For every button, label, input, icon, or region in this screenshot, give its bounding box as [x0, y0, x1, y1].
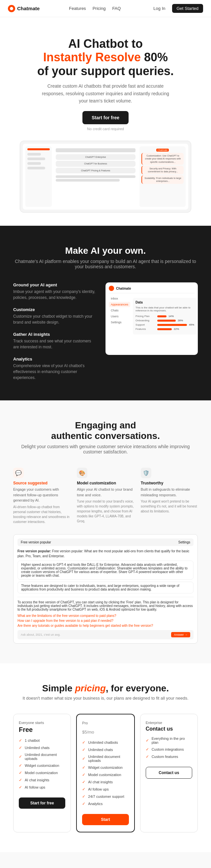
check-icon-2: ✓ [19, 754, 22, 759]
pro-feature-2: ✓Unlimited document uploads [82, 755, 128, 763]
mockup-content: Data This is the data that your chatbot … [133, 298, 197, 335]
follow-up-2[interactable]: Are there any tutorials or guides availa… [18, 624, 193, 627]
conversations-title: Engaging andauthentic conversations. [13, 420, 198, 441]
data-bar-row: Onboarding 28% [135, 319, 194, 322]
ai-feature-1: Customize Customize your chatbot widget … [13, 307, 96, 325]
sidebar-settings[interactable]: Settings [109, 320, 130, 325]
sidebar-chats[interactable]: Chats [109, 308, 130, 313]
data-bar-value: 45% [189, 323, 194, 326]
hero-title: AI Chatbot to Instantly Resolve 80% of y… [20, 37, 191, 78]
data-bar-value: 14% [169, 315, 174, 318]
data-bar-fill [157, 328, 172, 330]
features-row: 💬 Source suggested Engage your customers… [13, 468, 198, 524]
feature-chatbot: ✓1 chatbot [19, 738, 65, 743]
check-icon-1: ✓ [19, 745, 22, 750]
pricing-section: Simple pricing, for everyone. It doesn't… [0, 663, 211, 852]
pricing-cta-enterprise[interactable]: Contact us [146, 767, 192, 779]
pro-feature-7: ✓24/7 customer support [82, 794, 128, 799]
data-bar-value: 28% [178, 319, 183, 322]
hero-cta-button[interactable]: Start for free [83, 111, 128, 124]
ss-right: Chatmate Customization: Use ChatGPT to c… [140, 146, 186, 207]
pro-feature-4: ✓Model customization [82, 772, 128, 777]
pro-feature-0: ✓Unlimited chatbots [82, 740, 128, 745]
hero-description: Create custom AI chatbots that provide f… [39, 82, 172, 104]
ai-grid: Ground your AI agent Imbue your agent wi… [13, 282, 198, 381]
feature-model: ✓Model customization [19, 771, 65, 775]
nav-faq[interactable]: FAQ [112, 6, 121, 11]
feature-label-2: Trustworthy [141, 481, 198, 486]
pricing-name-enterprise: Contact us [146, 726, 192, 732]
data-bar-fill [157, 315, 167, 317]
mockup-logo-icon [109, 286, 114, 291]
pro-check-7: ✓ [82, 794, 85, 799]
feature-detail-2: Your AI agent won't pretend to be someth… [141, 499, 198, 514]
pricing-title: Simple pricing, for everyone. [13, 683, 198, 694]
ss-main: ChatGPT Enterprise ChatGPT for Business … [54, 146, 138, 207]
ss-right-chat-2: Security and Privacy: With commitment to… [142, 166, 184, 174]
nav-pricing[interactable]: Pricing [93, 6, 106, 11]
ss-chat-1: ChatGPT Enterprise [56, 154, 135, 160]
ss-right-chat-1: Customization: Use ChatGPT to create you… [142, 153, 184, 164]
login-button[interactable]: Log In [150, 4, 169, 12]
logo-icon [8, 5, 15, 12]
svg-point-0 [10, 7, 13, 10]
pro-feature-8: ✓Analytics [82, 801, 128, 806]
get-started-button[interactable]: Get Started [172, 4, 203, 13]
pro-feature-1: ✓Unlimited chats [82, 747, 128, 752]
data-bar-label: Features [135, 328, 155, 331]
mockup-sidebar: Inbox Appearances Chats Users Settings [109, 296, 130, 335]
sidebar-appearances[interactable]: Appearances [109, 302, 130, 307]
pricing-card-pro: Pro $5/mo ✓Unlimited chatbots ✓Unlimited… [76, 714, 134, 832]
check-icon-5: ✓ [19, 778, 22, 782]
ss-right-chat-3: Scalability: From individuals to large e… [142, 175, 184, 184]
ai-section: Make AI your own. Chatmate's AI platform… [0, 226, 211, 400]
follow-up-1[interactable]: How can I upgrade from the free version … [18, 619, 193, 622]
follow-up-0[interactable]: What are the limitations of the free ver… [18, 614, 193, 618]
ent-check-0: ✓ [146, 738, 149, 743]
pricing-name-free: Free [19, 726, 65, 734]
chat-msg-0: Free version popular: Free version popul… [18, 549, 193, 559]
logo-svg [9, 6, 14, 11]
feature-docs: ✓Unlimited document uploads [19, 753, 65, 761]
nav-features[interactable]: Features [69, 6, 86, 11]
pricing-cta-free[interactable]: Start for free [19, 798, 65, 809]
pricing-card-free: Everyone starts Free ✓1 chatbot ✓Unlimit… [13, 714, 71, 832]
pro-feature-3: ✓Widget customization [82, 765, 128, 770]
feature-card-2: 🛡️ Trustworthy Built in safeguards to el… [141, 468, 198, 524]
ai-feature-2: Gather AI insights Track success and see… [13, 332, 96, 350]
data-bar-row: Pricing Plan 14% [135, 315, 194, 318]
ss-chat-2: ChatGPT for Business [56, 161, 135, 166]
data-bar-label: Onboarding [135, 319, 155, 322]
feature-desc-0: Engage your customers with relevant foll… [13, 487, 70, 503]
check-icon-6: ✓ [19, 785, 22, 789]
ent-feature-0: ✓Everything in the pro plan [146, 737, 192, 744]
ai-title: Make AI your own. [13, 246, 198, 256]
logo[interactable]: Chatmate [8, 5, 39, 12]
pricing-features-pro: ✓Unlimited chatbots ✓Unlimited chats ✓Un… [82, 740, 128, 806]
feature-chats: ✓Unlimited chats [19, 745, 65, 750]
conversations-section: Engaging andauthentic conversations. Del… [0, 400, 211, 663]
sidebar-users[interactable]: Users [109, 314, 130, 319]
data-bar-fill [157, 320, 176, 322]
send-button[interactable]: Answer → [171, 632, 190, 637]
data-bar-fill [157, 324, 187, 326]
pro-check-0: ✓ [82, 740, 85, 745]
nav-actions: Log In Get Started [150, 4, 203, 13]
ss-tag: Chatmate [156, 149, 169, 152]
sidebar-inbox[interactable]: Inbox [109, 296, 130, 301]
ai-subtitle: Chatmate's AI platform enables your comp… [13, 259, 198, 269]
hero-note: No credit card required [20, 127, 191, 131]
feature-icon-1: 🎨 [77, 468, 87, 478]
ent-check-1: ✓ [146, 747, 149, 752]
data-bar-label: Support [135, 323, 155, 326]
feature-icon-2: 🛡️ [141, 468, 151, 478]
ai-feature-0: Ground your AI agent Imbue your agent wi… [13, 282, 96, 301]
pro-check-1: ✓ [82, 747, 85, 752]
data-bar-label: Pricing Plan [135, 315, 155, 318]
mockup-header: Chatmate [109, 286, 194, 293]
data-bars: Pricing Plan 14% Onboarding 28% Support … [135, 315, 194, 331]
pro-check-5: ✓ [82, 780, 85, 784]
pricing-cta-pro[interactable]: Start [82, 814, 128, 825]
chat-bot-response-0: Higher speed access to GPT-4 and tools l… [18, 561, 193, 580]
ent-feature-2: ✓Custom features [146, 754, 192, 759]
